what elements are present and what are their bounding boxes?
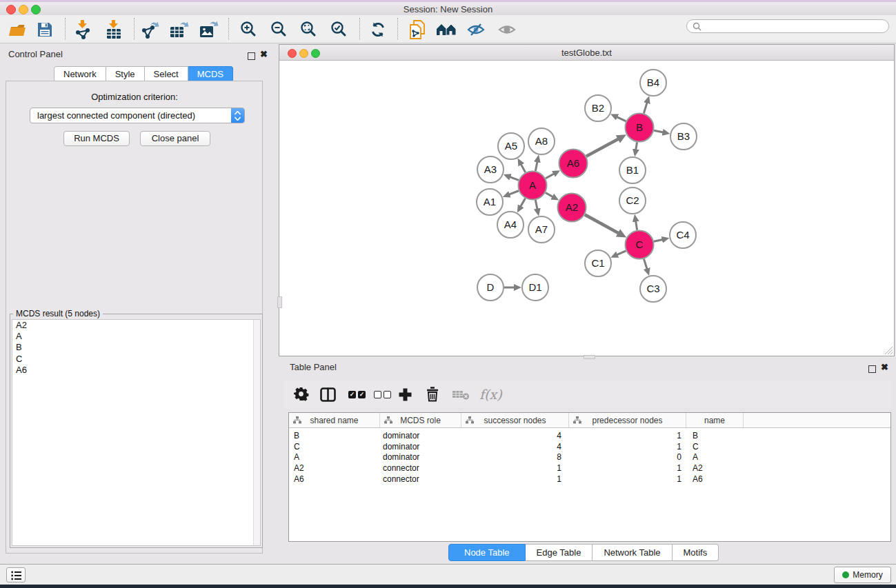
optimization-criterion-label: Optimization criterion:	[0, 92, 269, 102]
control-panel-title: Control Panel	[8, 49, 63, 59]
hierarchy-icon	[573, 416, 581, 424]
tab-mcds[interactable]: MCDS	[188, 66, 233, 82]
network-window-title-bar[interactable]: testGlobe.txt	[279, 45, 894, 61]
result-list-item[interactable]: A	[12, 331, 260, 342]
node-table-body[interactable]: Bdominator41BCdominator41CAdominator80AA…	[289, 428, 890, 485]
mcds-result-title: MCDS result (5 nodes)	[13, 309, 103, 318]
tab-motifs[interactable]: Motifs	[673, 544, 719, 561]
graph-node-C3[interactable]: C3	[640, 276, 666, 302]
deselect-all-icon[interactable]	[374, 385, 393, 404]
table-row[interactable]: A6connector11A6	[289, 474, 890, 485]
graph-node-A5[interactable]: A5	[498, 133, 524, 159]
close-panel-button[interactable]: Close panel	[140, 131, 210, 146]
refresh-view-icon[interactable]	[368, 20, 388, 39]
network-document-icon[interactable]	[407, 20, 428, 39]
open-session-icon[interactable]	[7, 20, 28, 39]
graph-node-A8[interactable]: A8	[528, 128, 555, 154]
toolbar-separator	[397, 18, 398, 40]
tab-node-table[interactable]: Node Table	[448, 544, 526, 561]
tab-style[interactable]: Style	[106, 66, 145, 82]
task-history-button[interactable]	[6, 567, 26, 582]
column-header-mcds-role[interactable]: MCDS role	[380, 413, 461, 427]
graph-node-C4[interactable]: C4	[670, 222, 696, 248]
result-list-item[interactable]: A2	[12, 320, 260, 331]
export-image-icon[interactable]	[199, 20, 219, 39]
network-graph[interactable]: B4B2BB3A5A8A6A3AB1A1C2A2A4A7C4CC1C3DD1	[279, 61, 894, 356]
zoom-selected-icon[interactable]	[329, 20, 350, 39]
criterion-dropdown[interactable]: largest connected component (directed)	[30, 108, 245, 123]
zoom-out-icon[interactable]	[269, 20, 290, 39]
houses-icon[interactable]	[436, 20, 457, 39]
memory-status-icon	[842, 571, 849, 578]
graph-node-A2[interactable]: A2	[558, 194, 586, 222]
delete-column-trash-icon[interactable]	[426, 385, 439, 404]
tab-network-table[interactable]: Network Table	[593, 544, 672, 561]
delete-table-icon[interactable]	[452, 385, 470, 404]
run-mcds-button[interactable]: Run MCDS	[63, 131, 130, 146]
table-row[interactable]: A2connector11A2	[289, 463, 890, 474]
zoom-fit-icon[interactable]	[299, 20, 319, 39]
graph-node-B2[interactable]: B2	[585, 95, 611, 121]
graph-node-C1[interactable]: C1	[585, 250, 611, 276]
svg-text:C3: C3	[646, 283, 659, 294]
toolbar-separator	[228, 18, 229, 40]
select-all-icon[interactable]: ✓✓	[348, 385, 368, 404]
search-field[interactable]	[686, 19, 889, 33]
column-header-shared-name[interactable]: shared name	[289, 413, 380, 427]
graph-node-B3[interactable]: B3	[670, 123, 697, 150]
table-close-panel-icon[interactable]: ✖	[881, 362, 888, 372]
graph-node-A7[interactable]: A7	[528, 216, 555, 243]
horizontal-splitter-handle[interactable]	[584, 355, 595, 359]
graph-node-D[interactable]: D	[477, 274, 504, 301]
result-list-item[interactable]: B	[12, 342, 260, 353]
column-header-name[interactable]: name	[686, 413, 744, 427]
vertical-splitter-handle[interactable]	[277, 296, 282, 308]
graph-node-A6[interactable]: A6	[559, 150, 588, 178]
column-header-predecessor-nodes[interactable]: predecessor nodes	[569, 413, 686, 427]
eye-icon[interactable]	[497, 20, 517, 39]
table-float-panel-icon[interactable]	[868, 363, 876, 376]
graph-node-A4[interactable]: A4	[497, 212, 524, 238]
resize-grip-icon[interactable]	[884, 346, 893, 355]
hide-eye-icon[interactable]	[466, 20, 486, 39]
table-row[interactable]: Cdominator41C	[289, 441, 890, 452]
function-builder-icon[interactable]: f(x)	[479, 385, 502, 404]
table-panel-title: Table Panel	[290, 362, 337, 372]
graph-node-B1[interactable]: B1	[619, 157, 646, 183]
export-table-icon[interactable]	[169, 20, 190, 39]
tab-select[interactable]: Select	[145, 66, 188, 82]
graph-node-B4[interactable]: B4	[640, 70, 666, 96]
column-header-successor-nodes[interactable]: successor nodes	[461, 413, 569, 427]
graph-node-A3[interactable]: A3	[477, 156, 504, 183]
search-input[interactable]	[704, 21, 888, 32]
svg-text:A6: A6	[567, 157, 579, 169]
close-panel-icon[interactable]: ✖	[260, 49, 268, 59]
graph-node-B[interactable]: B	[626, 114, 654, 142]
table-row[interactable]: Adominator80A	[289, 452, 890, 463]
export-network-icon[interactable]	[140, 20, 161, 39]
import-network-icon[interactable]	[72, 20, 93, 39]
graph-node-A1[interactable]: A1	[477, 189, 503, 215]
tab-network[interactable]: Network	[54, 66, 106, 82]
node-table[interactable]: shared name MCDS role successor nodes pr…	[288, 412, 891, 542]
graph-node-C2[interactable]: C2	[619, 187, 646, 214]
result-list-item[interactable]: A6	[12, 365, 260, 376]
import-table-icon[interactable]	[103, 20, 124, 39]
add-column-icon[interactable]	[398, 385, 412, 404]
graph-node-D1[interactable]: D1	[522, 274, 548, 301]
mcds-result-list[interactable]: A2ABCA6	[12, 319, 261, 546]
graph-node-A[interactable]: A	[519, 172, 547, 200]
zoom-in-icon[interactable]	[239, 20, 259, 39]
network-view-window[interactable]: testGlobe.txt B4B2BB3A5A8A6A3AB1A1C2A2A4…	[279, 44, 895, 356]
save-session-icon[interactable]	[34, 20, 55, 39]
table-row[interactable]: Bdominator41B	[289, 430, 890, 441]
settings-gear-icon[interactable]	[294, 385, 309, 404]
tab-edge-table[interactable]: Edge Table	[526, 544, 593, 561]
list-icon	[11, 571, 22, 580]
result-list-item[interactable]: C	[12, 354, 260, 365]
memory-button[interactable]: Memory	[834, 567, 891, 583]
graph-node-C[interactable]: C	[626, 231, 654, 259]
float-panel-icon[interactable]	[248, 50, 255, 63]
result-list-scrollbar[interactable]	[253, 320, 260, 545]
split-view-icon[interactable]	[320, 385, 336, 404]
